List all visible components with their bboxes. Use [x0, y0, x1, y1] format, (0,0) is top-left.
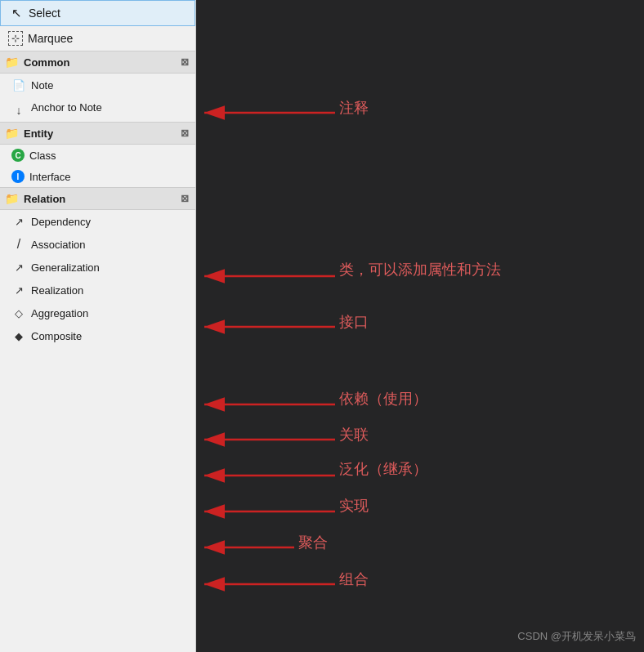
anchor-icon: ↓: [11, 103, 26, 118]
association-icon: /: [11, 237, 26, 252]
relation-pin-icon: ⊠: [181, 193, 189, 204]
marquee-icon: ⊹: [8, 31, 23, 46]
select-label: Select: [29, 7, 60, 20]
dependency-icon: ↗: [11, 214, 26, 229]
marquee-tool[interactable]: ⊹ Marquee: [0, 26, 195, 51]
class-icon: C: [11, 149, 25, 162]
aggregation-label: Aggregation: [31, 307, 88, 319]
entity-pin-icon: ⊠: [181, 127, 189, 139]
composite-label: Composite: [31, 330, 82, 342]
entity-section-header[interactable]: 📁 Entity ⊠: [0, 122, 195, 145]
relation-section-label: Relation: [24, 193, 65, 205]
annotation-note: 注释: [339, 98, 369, 118]
common-pin-icon: ⊠: [181, 56, 189, 68]
right-panel: 注释 类，可以添加属性和方法 接口 依赖（使用） 关联 泛化（继承） 实现 聚合…: [196, 0, 644, 652]
generalization-item[interactable]: ↗ Generalization: [0, 256, 195, 279]
composite-icon: ◆: [11, 328, 26, 343]
relation-folder-icon: 📁: [5, 192, 19, 205]
association-item[interactable]: / Association: [0, 233, 195, 256]
annotation-association: 关联: [339, 425, 369, 444]
relation-section-header[interactable]: 📁 Relation ⊠: [0, 187, 195, 210]
note-label: Note: [31, 79, 53, 92]
watermark: CSDN @开机发呆小菜鸟: [517, 629, 636, 644]
class-label: Class: [29, 150, 56, 162]
realization-label: Realization: [31, 284, 83, 297]
annotation-generalization: 泛化（继承）: [339, 459, 427, 479]
annotation-composite: 组合: [339, 569, 369, 589]
entity-folder-icon: 📁: [5, 127, 19, 140]
interface-item[interactable]: I Interface: [0, 166, 195, 187]
annotation-aggregation: 聚合: [298, 533, 328, 552]
cursor-icon: ↖: [9, 6, 24, 20]
annotation-interface: 接口: [339, 312, 369, 332]
aggregation-icon: ◇: [11, 306, 26, 320]
common-section-header[interactable]: 📁 Common ⊠: [0, 51, 195, 74]
dependency-label: Dependency: [31, 216, 91, 228]
entity-section-label: Entity: [24, 127, 53, 140]
dependency-item[interactable]: ↗ Dependency: [0, 210, 195, 233]
common-folder-icon: 📁: [5, 56, 19, 69]
class-item[interactable]: C Class: [0, 145, 195, 166]
anchor-to-note-item[interactable]: ↓ Anchor to Note: [0, 96, 195, 122]
annotation-class: 类，可以添加属性和方法: [339, 260, 501, 279]
common-section-label: Common: [24, 56, 69, 69]
marquee-label: Marquee: [28, 32, 73, 45]
left-panel: ↖ Select ⊹ Marquee 📁 Common ⊠ 📄 Note ↓ A…: [0, 0, 196, 652]
anchor-to-note-label: Anchor to Note: [31, 101, 102, 115]
composite-item[interactable]: ◆ Composite: [0, 324, 195, 347]
realization-icon: ↗: [11, 283, 26, 297]
association-label: Association: [31, 239, 85, 251]
realization-item[interactable]: ↗ Realization: [0, 279, 195, 301]
note-item[interactable]: 📄 Note: [0, 74, 195, 96]
interface-label: Interface: [29, 171, 71, 183]
arrows-svg: [196, 0, 644, 652]
note-icon: 📄: [11, 78, 26, 92]
generalization-label: Generalization: [31, 261, 100, 274]
aggregation-item[interactable]: ◇ Aggregation: [0, 301, 195, 324]
interface-icon: I: [11, 170, 25, 183]
annotation-realization: 实现: [339, 496, 369, 516]
annotation-dependency: 依赖（使用）: [339, 389, 427, 409]
generalization-icon: ↗: [11, 260, 26, 275]
select-tool[interactable]: ↖ Select: [0, 0, 195, 26]
